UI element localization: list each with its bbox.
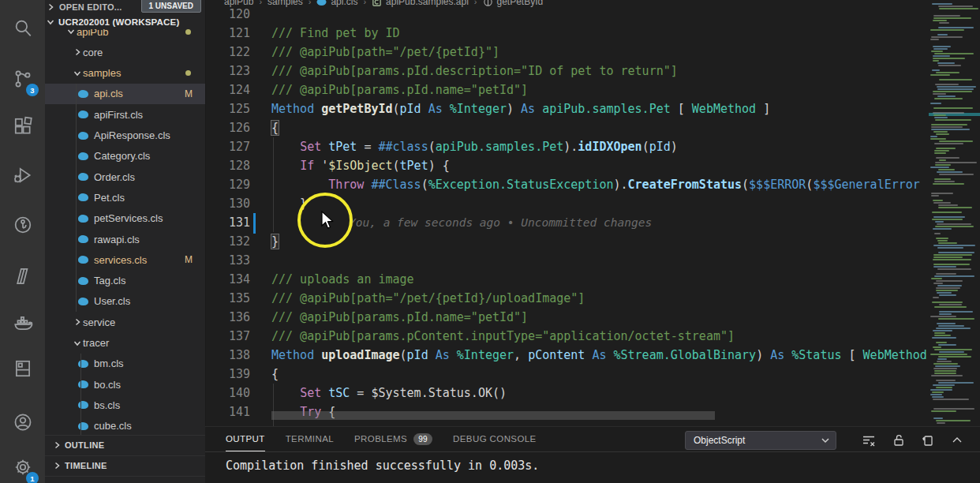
activity-intersystems-icon[interactable] bbox=[0, 257, 45, 295]
code-line-136[interactable]: 136/// @apiPub[params.pId.name="petId"] bbox=[206, 308, 929, 327]
code-line-132[interactable]: 132} bbox=[206, 232, 929, 251]
breadcrumb-item-apiPub[interactable]: apiPub bbox=[224, 0, 253, 7]
tree-item-label: rawapi.cls bbox=[94, 234, 140, 245]
minimap-line bbox=[933, 114, 946, 116]
breadcrumb-separator: › bbox=[474, 0, 477, 6]
clear-output-icon[interactable] bbox=[858, 430, 879, 451]
code-line-128[interactable]: 128 If '$IsObject(tPet) { bbox=[206, 156, 929, 175]
code-line-140[interactable]: 140 Set tSC = $System.Status.OK() bbox=[206, 384, 929, 402]
tree-item-petServices-cls[interactable]: petServices.cls bbox=[45, 208, 205, 229]
activity-accounts-icon[interactable] bbox=[0, 403, 45, 441]
minimap-line bbox=[939, 22, 949, 24]
minimap-line bbox=[931, 195, 939, 197]
tree-item-Pet-cls[interactable]: Pet.cls bbox=[45, 187, 205, 208]
sidebar-section-outline[interactable]: OUTLINE bbox=[45, 435, 205, 455]
tree-item-label: api.cls bbox=[94, 88, 123, 99]
tree-item-bs-cls[interactable]: bs.cls bbox=[45, 395, 205, 415]
panel-tab-problems[interactable]: PROBLEMS99 bbox=[354, 427, 432, 451]
minimap-line bbox=[930, 74, 950, 76]
tree-item-cube-cls[interactable]: cube.cls bbox=[45, 416, 205, 435]
tree-item-bm-cls[interactable]: bm.cls bbox=[45, 354, 205, 374]
breadcrumb-item-samples[interactable]: samples bbox=[267, 0, 303, 7]
horizontal-scrollbar[interactable] bbox=[271, 411, 715, 420]
panel-tab-output[interactable]: OUTPUT bbox=[226, 427, 265, 451]
minimap[interactable] bbox=[929, 0, 980, 426]
minimap-line bbox=[935, 226, 974, 227]
sidebar-section-npm-scripts[interactable]: NPM SCRIPTS bbox=[45, 476, 205, 483]
tree-item-ApiResponse-cls[interactable]: ApiResponse.cls bbox=[45, 125, 205, 146]
breadcrumb-item-getPetById[interactable]: getPetById bbox=[483, 0, 544, 7]
minimap-line bbox=[933, 131, 948, 133]
tree-item-Order-cls[interactable]: Order.cls bbox=[45, 167, 205, 187]
minimap-line bbox=[934, 178, 951, 180]
code-line-125[interactable]: 125Method getPetById(pId As %Integer) As… bbox=[206, 99, 929, 118]
open-output-in-editor-icon[interactable] bbox=[917, 430, 937, 451]
tree-item-service[interactable]: service bbox=[45, 312, 205, 332]
breadcrumb-item-apiPub-samples-api[interactable]: apiPub.samples.api bbox=[372, 0, 469, 7]
workspace-label: UCR202001 (WORKSPACE) bbox=[58, 17, 180, 27]
activity-extensions-icon[interactable] bbox=[0, 107, 45, 145]
maximize-panel-icon[interactable] bbox=[947, 430, 967, 451]
code-line-127[interactable]: 127 Set tPet = ##class(apiPub.samples.Pe… bbox=[206, 137, 929, 156]
tree-item-label: bo.cls bbox=[94, 379, 121, 391]
tree-item-core[interactable]: core bbox=[45, 42, 205, 62]
activity-docker-icon[interactable] bbox=[0, 305, 45, 343]
minimap-line bbox=[933, 264, 970, 265]
output-channel-select[interactable]: ObjectScript bbox=[685, 431, 836, 450]
tree-item-apiFirst-cls[interactable]: apiFirst.cls bbox=[45, 104, 205, 125]
tree-item-rawapi-cls[interactable]: rawapi.cls bbox=[45, 229, 205, 249]
minimap-line bbox=[939, 140, 973, 142]
code-line-133[interactable]: 133 bbox=[206, 251, 929, 270]
code-line-124[interactable]: 124/// @apiPub[params.pId.name="petId"] bbox=[206, 80, 929, 99]
minimap-line bbox=[934, 332, 945, 334]
minimap-line bbox=[931, 375, 963, 376]
tree-item-label: samples bbox=[83, 67, 121, 79]
panel-tab-debug-console[interactable]: DEBUG CONSOLE bbox=[453, 427, 537, 451]
tree-item-api-cls[interactable]: api.clsM bbox=[45, 84, 205, 104]
tree-item-bo-cls[interactable]: bo.cls bbox=[45, 374, 205, 395]
activity-source-control-icon[interactable]: 3 bbox=[0, 60, 45, 98]
code-line-135[interactable]: 135/// @apiPub[path="/pet/{petId}/upload… bbox=[206, 289, 929, 308]
minimap-line bbox=[933, 266, 956, 268]
activity-settings-icon[interactable]: 1 bbox=[0, 448, 45, 483]
line-number: 126 bbox=[206, 118, 250, 137]
minimap-line bbox=[937, 361, 952, 362]
panel-tab-terminal[interactable]: TERMINAL bbox=[286, 427, 334, 451]
breadcrumb[interactable]: apiPub›samples›api.cls›apiPub.samples.ap… bbox=[224, 0, 543, 9]
code-line-134[interactable]: 134/// uploads an image bbox=[206, 270, 929, 289]
code-line-139[interactable]: 139{ bbox=[206, 365, 929, 384]
code-line-130[interactable]: 130 } bbox=[206, 194, 929, 213]
code-editor[interactable]: 120121/// Find pet by ID122/// @apiPub[p… bbox=[205, 0, 980, 426]
activity-search-icon[interactable] bbox=[0, 9, 45, 47]
code-area[interactable]: 120121/// Find pet by ID122/// @apiPub[p… bbox=[206, 0, 929, 426]
breadcrumb-item-api-cls[interactable]: api.cls bbox=[316, 0, 357, 7]
tree-item-samples[interactable]: samples bbox=[45, 63, 205, 84]
tree-item-services-cls[interactable]: services.clsM bbox=[45, 249, 205, 270]
code-line-137[interactable]: 137/// @apiPub[params.pContent.inputType… bbox=[206, 327, 929, 346]
code-line-122[interactable]: 122/// @apiPub[path="/pet/{petId}"] bbox=[206, 43, 929, 62]
open-editors-header[interactable]: OPEN EDITO... 1 UNSAVED bbox=[45, 0, 205, 14]
code-line-123[interactable]: 123/// @apiPub[params.pId.description="I… bbox=[206, 62, 929, 80]
objectscript-class-file-icon bbox=[78, 193, 88, 201]
minimap-line bbox=[933, 60, 939, 62]
workspace-header[interactable]: UCR202001 (WORKSPACE) bbox=[45, 14, 205, 29]
sidebar-section-timeline[interactable]: TIMELINE bbox=[45, 455, 205, 475]
unlock-icon[interactable] bbox=[888, 430, 909, 451]
code-line-138[interactable]: 138Method uploadImage(pId As %Integer, p… bbox=[206, 346, 929, 365]
tree-item-Category-cls[interactable]: Category.cls bbox=[45, 146, 205, 167]
activity-history-icon[interactable] bbox=[0, 206, 45, 244]
code-line-129[interactable]: 129 Throw ##Class(%Exception.StatusExcep… bbox=[206, 175, 929, 194]
minimap-line bbox=[936, 342, 947, 343]
tree-item-Tag-cls[interactable]: Tag.cls bbox=[45, 271, 205, 291]
tree-item-label: Tag.cls bbox=[94, 275, 125, 286]
code-text: /// @apiPub[params.pId.name="petId"] bbox=[271, 308, 528, 327]
code-line-126[interactable]: 126{ bbox=[206, 118, 929, 137]
vscode-window: 31 apiPubcoresamplesapi.clsMapiFirst.cls… bbox=[0, 0, 980, 483]
activity-run-and-debug-icon[interactable] bbox=[0, 156, 45, 194]
activity-server-manager-icon[interactable] bbox=[0, 350, 45, 388]
unsaved-count-badge[interactable]: 1 UNSAVED bbox=[141, 0, 202, 13]
tree-item-User-cls[interactable]: User.cls bbox=[45, 291, 205, 312]
code-line-121[interactable]: 121/// Find pet by ID bbox=[206, 24, 929, 43]
tree-item-tracer[interactable]: tracer bbox=[45, 333, 205, 354]
breadcrumb-label: samples bbox=[267, 0, 303, 7]
